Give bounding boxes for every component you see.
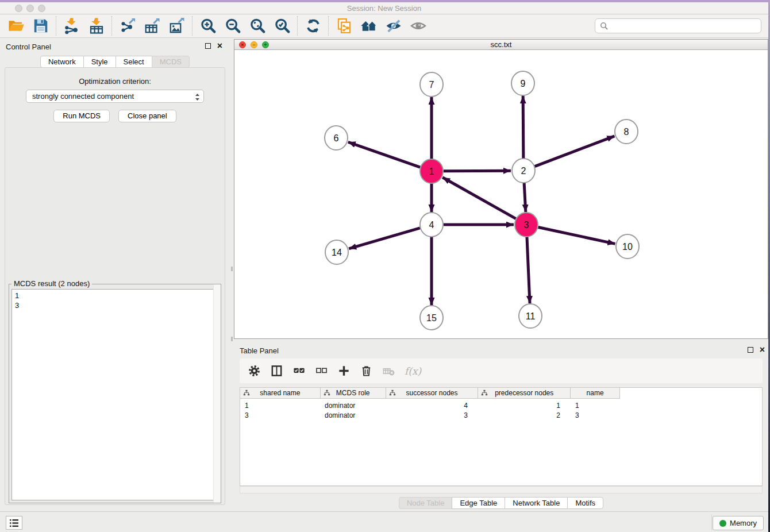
edge-2-9[interactable] bbox=[523, 96, 523, 159]
open-session-button[interactable] bbox=[3, 16, 28, 36]
node-label: 8 bbox=[624, 127, 629, 137]
save-session-button[interactable] bbox=[28, 16, 53, 36]
run-mcds-button[interactable]: Run MCDS bbox=[53, 110, 110, 122]
graph-node-3[interactable]: 3 bbox=[515, 213, 538, 237]
main-toolbar bbox=[0, 14, 768, 38]
graph-node-7[interactable]: 7 bbox=[420, 72, 443, 97]
column-header-MCDS-role[interactable]: MCDS role bbox=[320, 388, 386, 398]
task-history-button[interactable] bbox=[6, 516, 22, 530]
hierarchy-icon bbox=[243, 390, 250, 398]
zoom-out-button[interactable] bbox=[220, 16, 245, 36]
network-view-window: × − + scc.txt 1234678910111415 bbox=[234, 39, 768, 339]
show-column-button[interactable] bbox=[269, 364, 284, 379]
graph-node-1[interactable]: 1 bbox=[420, 159, 443, 183]
minimize-network-button[interactable]: − bbox=[251, 41, 257, 48]
edge-1-6[interactable] bbox=[348, 142, 420, 167]
control-panel-tabs: Network Style Select MCDS bbox=[0, 56, 230, 68]
tab-select[interactable]: Select bbox=[116, 56, 152, 68]
column-header-predecessor-nodes[interactable]: predecessor nodes bbox=[478, 388, 570, 398]
graph-node-10[interactable]: 10 bbox=[616, 234, 639, 259]
apply-layout-button[interactable] bbox=[301, 16, 325, 36]
tab-network[interactable]: Network bbox=[40, 56, 84, 68]
close-panel-icon[interactable]: × bbox=[760, 347, 765, 353]
function-builder-button[interactable]: f(x) bbox=[405, 365, 421, 377]
network-window-titlebar[interactable]: × − + scc.txt bbox=[234, 40, 768, 50]
graph-node-9[interactable]: 9 bbox=[511, 71, 534, 95]
import-network-button[interactable] bbox=[59, 16, 84, 36]
result-scrollbar[interactable] bbox=[213, 284, 221, 503]
eye-slash-icon bbox=[385, 17, 402, 34]
float-panel-icon[interactable] bbox=[748, 347, 753, 353]
zoom-in-button[interactable] bbox=[195, 16, 220, 36]
tab-style[interactable]: Style bbox=[83, 56, 116, 68]
edge-3-1[interactable] bbox=[442, 178, 516, 219]
import-table-button[interactable] bbox=[84, 16, 109, 36]
deselect-all-button[interactable] bbox=[314, 364, 329, 379]
delete-column-button[interactable] bbox=[381, 364, 396, 379]
export-network-button[interactable] bbox=[115, 16, 140, 36]
edge-4-14[interactable] bbox=[349, 228, 420, 249]
optimization-criterion-select[interactable]: strongly connected component bbox=[26, 90, 204, 103]
node-label: 7 bbox=[429, 80, 434, 90]
close-panel-icon[interactable]: × bbox=[217, 43, 222, 49]
column-header-shared-name[interactable]: shared name bbox=[240, 388, 320, 398]
graph-node-2[interactable]: 2 bbox=[512, 159, 535, 183]
show-all-button[interactable] bbox=[406, 16, 430, 36]
tab-mcds[interactable]: MCDS bbox=[152, 56, 190, 68]
column-header-name[interactable]: name bbox=[570, 388, 619, 398]
table-row[interactable]: 3dominator323 bbox=[240, 410, 762, 420]
table-settings-button[interactable] bbox=[247, 364, 261, 379]
float-panel-icon[interactable] bbox=[205, 43, 211, 49]
edge-2-8[interactable] bbox=[535, 136, 615, 167]
edge-3-11[interactable] bbox=[527, 237, 530, 303]
table-cell: 1 bbox=[240, 402, 320, 410]
network-canvas[interactable]: 1234678910111415 bbox=[234, 50, 768, 338]
close-panel-button[interactable]: Close panel bbox=[118, 110, 176, 122]
table-cell: 3 bbox=[571, 411, 620, 419]
graph-node-8[interactable]: 8 bbox=[615, 119, 638, 144]
delete-selected-button[interactable] bbox=[359, 364, 374, 379]
home-button[interactable] bbox=[356, 16, 381, 36]
select-all-button[interactable] bbox=[291, 364, 306, 379]
graph-node-11[interactable]: 11 bbox=[519, 304, 542, 328]
zoom-network-button[interactable]: + bbox=[262, 41, 269, 48]
graph-node-6[interactable]: 6 bbox=[325, 126, 348, 150]
memory-status-icon bbox=[719, 520, 726, 527]
add-column-button[interactable] bbox=[336, 364, 351, 379]
search-input[interactable] bbox=[611, 20, 761, 32]
toolbar-separator bbox=[111, 16, 112, 36]
table-row[interactable]: 1dominator411 bbox=[240, 400, 762, 410]
tab-network-table[interactable]: Network Table bbox=[505, 497, 568, 509]
zoom-fit-button[interactable] bbox=[245, 16, 270, 36]
hierarchy-icon bbox=[389, 390, 396, 398]
node-label: 9 bbox=[521, 79, 526, 88]
table-panel: Table Panel × f(x) shared nameMCDS roles… bbox=[234, 342, 768, 511]
search-box[interactable] bbox=[595, 18, 761, 33]
close-network-button[interactable]: × bbox=[239, 41, 246, 48]
copy-network-button[interactable] bbox=[332, 16, 356, 36]
column-header-successor-nodes[interactable]: successor nodes bbox=[386, 388, 478, 398]
tab-node-table[interactable]: Node Table bbox=[399, 497, 453, 509]
application-window: Session: New Session Control Panel bbox=[0, 0, 770, 532]
graph-node-4[interactable]: 4 bbox=[420, 213, 443, 237]
export-table-button[interactable] bbox=[140, 16, 164, 36]
table-cell: 3 bbox=[386, 411, 478, 419]
delete-column-icon bbox=[382, 364, 395, 377]
zoom-selected-button[interactable] bbox=[270, 16, 294, 36]
memory-button[interactable]: Memory bbox=[713, 516, 764, 530]
edge-2-3[interactable] bbox=[524, 183, 526, 212]
mcds-result-list[interactable]: 1 3 bbox=[11, 289, 218, 500]
edge-1-2[interactable] bbox=[444, 171, 511, 171]
node-label: 1 bbox=[429, 167, 434, 176]
tab-motifs[interactable]: Motifs bbox=[567, 497, 603, 509]
table-cell: dominator bbox=[320, 411, 386, 419]
vertical-splitter[interactable] bbox=[230, 38, 234, 511]
hide-selected-button[interactable] bbox=[381, 16, 406, 36]
table-horizontal-scrollbar[interactable] bbox=[240, 486, 763, 494]
optimization-criterion-value: strongly connected component bbox=[32, 92, 134, 101]
edge-3-10[interactable] bbox=[538, 227, 615, 244]
export-image-button[interactable] bbox=[164, 16, 189, 36]
graph-node-15[interactable]: 15 bbox=[420, 306, 443, 330]
tab-edge-table[interactable]: Edge Table bbox=[452, 497, 505, 509]
graph-node-14[interactable]: 14 bbox=[325, 240, 348, 264]
